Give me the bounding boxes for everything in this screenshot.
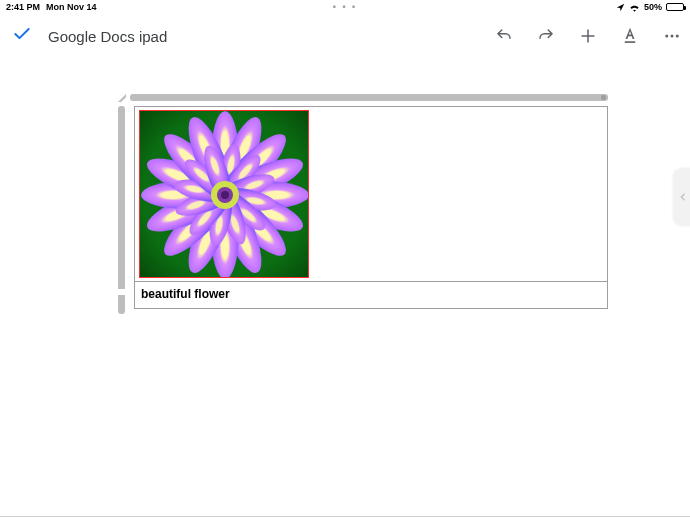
status-time: 2:41 PM xyxy=(6,2,40,12)
slide-over-handle[interactable] xyxy=(674,168,690,226)
status-date: Mon Nov 14 xyxy=(46,2,97,12)
svg-point-1 xyxy=(665,35,668,38)
caption-text[interactable]: beautiful flower xyxy=(141,287,230,301)
document-table[interactable]: beautiful flower xyxy=(134,106,608,309)
wifi-icon xyxy=(629,3,640,12)
svg-point-2 xyxy=(671,35,674,38)
document-title[interactable]: Google Docs ipad xyxy=(48,28,167,45)
home-indicator-area xyxy=(0,516,690,517)
ruler-horizontal[interactable] xyxy=(130,94,608,101)
insert-button[interactable] xyxy=(578,26,598,46)
location-arrow-icon xyxy=(616,3,625,12)
text-format-button[interactable] xyxy=(620,26,640,46)
undo-button[interactable] xyxy=(494,26,514,46)
more-button[interactable] xyxy=(662,26,682,46)
caption-cell[interactable]: beautiful flower xyxy=(135,282,607,308)
ruler-corner-icon xyxy=(118,94,126,102)
flower-image[interactable] xyxy=(139,110,309,278)
svg-rect-0 xyxy=(625,41,636,43)
done-check-icon[interactable] xyxy=(12,24,32,48)
status-bar: 2:41 PM Mon Nov 14 • • • 50% xyxy=(0,0,690,14)
app-toolbar: Google Docs ipad xyxy=(0,14,690,58)
image-cell[interactable] xyxy=(135,107,607,282)
svg-point-35 xyxy=(221,191,229,199)
svg-point-3 xyxy=(676,35,679,38)
multitask-dots-icon[interactable]: • • • xyxy=(333,2,357,12)
redo-button[interactable] xyxy=(536,26,556,46)
battery-pct: 50% xyxy=(644,2,662,12)
ruler-vertical[interactable] xyxy=(118,106,125,314)
battery-icon xyxy=(666,3,684,11)
